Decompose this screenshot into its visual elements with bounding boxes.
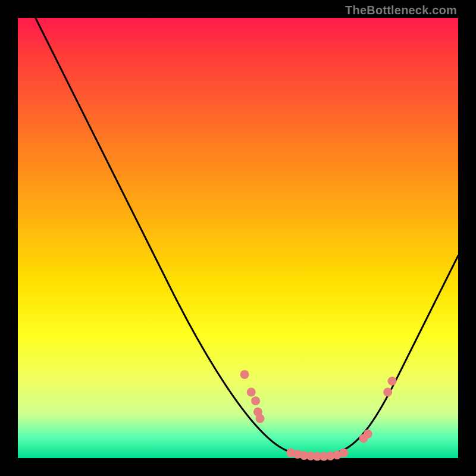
attribution-text: TheBottleneck.com xyxy=(345,4,457,17)
data-point xyxy=(383,388,392,397)
data-points xyxy=(240,370,397,461)
curve-path xyxy=(36,18,458,456)
data-point xyxy=(256,414,265,423)
chart-svg xyxy=(18,18,458,458)
bottleneck-curve xyxy=(36,18,458,456)
data-point xyxy=(388,377,397,386)
chart-container: TheBottleneck.com xyxy=(0,0,476,476)
data-point xyxy=(364,430,372,439)
plot-area xyxy=(18,18,458,458)
data-point xyxy=(247,388,256,397)
data-point xyxy=(251,396,260,405)
data-point xyxy=(240,370,249,379)
data-point xyxy=(339,449,348,458)
